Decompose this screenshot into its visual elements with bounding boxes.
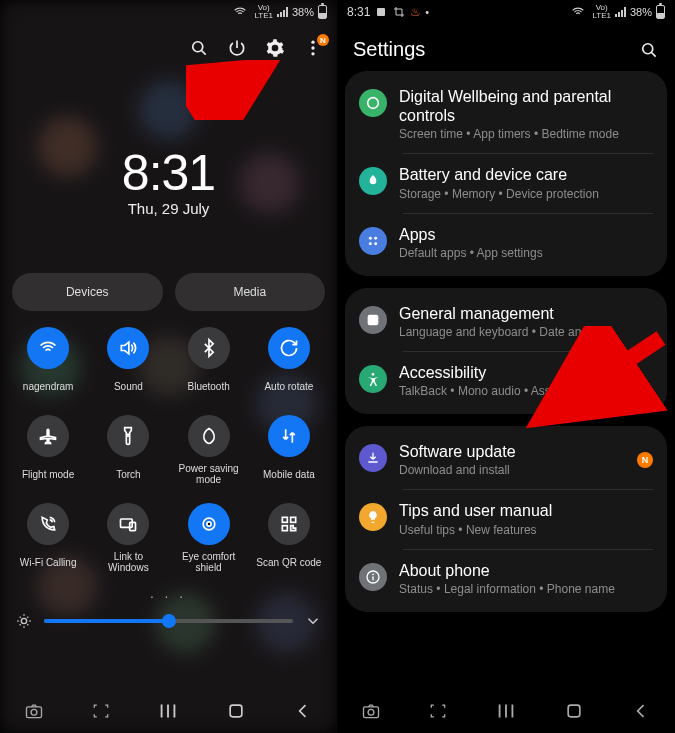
wifi-status-icon — [568, 2, 588, 22]
svg-point-2 — [311, 46, 314, 49]
quick-panel-top-icons — [0, 24, 337, 66]
update-icon — [359, 444, 387, 472]
nav-bar — [0, 689, 337, 733]
status-bar: 8:31 ♨ • Vo)LTE1 38% — [337, 0, 675, 24]
tile-torch[interactable]: Torch — [92, 415, 164, 485]
svg-rect-12 — [282, 526, 287, 531]
svg-point-19 — [368, 98, 379, 109]
nav-bar — [337, 689, 675, 733]
svg-point-3 — [311, 52, 314, 55]
tile-eye[interactable]: Eye comfort shield — [173, 503, 245, 573]
back-button[interactable] — [628, 698, 654, 724]
svg-point-21 — [374, 236, 377, 239]
gear-icon[interactable] — [265, 38, 285, 58]
back-button[interactable] — [290, 698, 316, 724]
svg-point-0 — [193, 42, 203, 52]
tile-label: Bluetooth — [187, 375, 229, 397]
tile-bluetooth[interactable]: Bluetooth — [173, 327, 245, 397]
tips-icon — [359, 503, 387, 531]
svg-point-13 — [21, 618, 26, 623]
tile-rotate[interactable]: Auto rotate — [253, 327, 325, 397]
tile-label: Wi-Fi Calling — [20, 551, 77, 573]
svg-point-15 — [31, 709, 37, 715]
general-icon — [359, 306, 387, 334]
settings-group: General managementLanguage and keyboard … — [345, 288, 667, 414]
tile-label: Sound — [114, 375, 143, 397]
tile-link[interactable]: Link to Windows — [92, 503, 164, 573]
torch-icon — [107, 415, 149, 457]
camera-icon[interactable] — [21, 698, 47, 724]
svg-point-18 — [643, 43, 653, 53]
settings-row-general[interactable]: General managementLanguage and keyboard … — [345, 292, 667, 351]
brightness-icon — [14, 611, 34, 631]
brightness-slider[interactable] — [44, 619, 293, 623]
wifi-icon — [27, 327, 69, 369]
power-icon[interactable] — [227, 38, 247, 58]
tile-data[interactable]: Mobile data — [253, 415, 325, 485]
home-button[interactable] — [561, 698, 587, 724]
status-time: 8:31 — [347, 5, 370, 19]
tile-sound[interactable]: Sound — [92, 327, 164, 397]
status-bar: Vo)LTE1 38% — [0, 0, 337, 24]
settings-row-apps[interactable]: AppsDefault apps • App settings — [345, 213, 667, 272]
tile-wificall[interactable]: Wi-Fi Calling — [12, 503, 84, 573]
care-icon — [359, 167, 387, 195]
svg-rect-32 — [568, 705, 580, 717]
settings-row-wellbeing[interactable]: Digital Wellbeing and parental controlsS… — [345, 75, 667, 153]
svg-rect-17 — [377, 8, 385, 16]
row-title: Battery and device care — [399, 165, 653, 184]
row-subtitle: Language and keyboard • Date and time — [399, 325, 653, 339]
home-button[interactable] — [223, 698, 249, 724]
tile-label: nagendram — [23, 375, 74, 397]
recents-button[interactable] — [493, 698, 519, 724]
brightness-row — [0, 605, 337, 631]
recents-button[interactable] — [155, 698, 181, 724]
apps-icon — [359, 227, 387, 255]
svg-point-25 — [372, 373, 375, 376]
clock-block: 8:31 Thu, 29 July — [0, 144, 337, 217]
tile-wifi[interactable]: nagendram — [12, 327, 84, 397]
camera-icon[interactable] — [358, 698, 384, 724]
signal-icon — [277, 7, 288, 17]
status-app-icon — [374, 5, 388, 19]
search-icon[interactable] — [639, 40, 659, 60]
data-icon — [268, 415, 310, 457]
row-subtitle: Download and install — [399, 463, 625, 477]
search-icon[interactable] — [189, 38, 209, 58]
status-dot: • — [425, 6, 429, 18]
settings-title: Settings — [353, 38, 425, 61]
signal-icon — [615, 7, 626, 17]
tile-leaf[interactable]: Power saving mode — [173, 415, 245, 485]
tile-qr[interactable]: Scan QR code — [253, 503, 325, 573]
svg-point-5 — [127, 434, 129, 436]
bluetooth-icon — [188, 327, 230, 369]
scan-icon[interactable] — [425, 698, 451, 724]
svg-rect-16 — [230, 705, 242, 717]
tile-label: Torch — [116, 463, 140, 485]
media-pill[interactable]: Media — [175, 273, 326, 311]
settings-row-care[interactable]: Battery and device careStorage • Memory … — [345, 153, 667, 212]
wellbeing-icon — [359, 89, 387, 117]
leaf-icon — [188, 415, 230, 457]
settings-row-a11y[interactable]: AccessibilityTalkBack • Mono audio • Ass… — [345, 351, 667, 410]
tile-label: Scan QR code — [256, 551, 321, 573]
devices-pill[interactable]: Devices — [12, 273, 163, 311]
row-title: General management — [399, 304, 653, 323]
row-title: Accessibility — [399, 363, 653, 382]
battery-percent: 38% — [630, 6, 652, 18]
about-icon — [359, 563, 387, 591]
settings-row-update[interactable]: Software updateDownload and installN — [345, 430, 667, 489]
settings-header: Settings — [337, 24, 675, 71]
settings-group: Digital Wellbeing and parental controlsS… — [345, 71, 667, 276]
wifi-status-icon — [230, 2, 250, 22]
scan-icon[interactable] — [88, 698, 114, 724]
settings-screen: 8:31 ♨ • Vo)LTE1 38% Settings Digital We… — [337, 0, 675, 733]
row-title: Software update — [399, 442, 625, 461]
settings-row-about[interactable]: About phoneStatus • Legal information • … — [345, 549, 667, 608]
settings-row-tips[interactable]: Tips and user manualUseful tips • New fe… — [345, 489, 667, 548]
more-icon[interactable] — [303, 38, 323, 58]
settings-list: Digital Wellbeing and parental controlsS… — [337, 71, 675, 674]
tile-label: Mobile data — [263, 463, 315, 485]
chevron-down-icon[interactable] — [303, 611, 323, 631]
tile-plane[interactable]: Flight mode — [12, 415, 84, 485]
